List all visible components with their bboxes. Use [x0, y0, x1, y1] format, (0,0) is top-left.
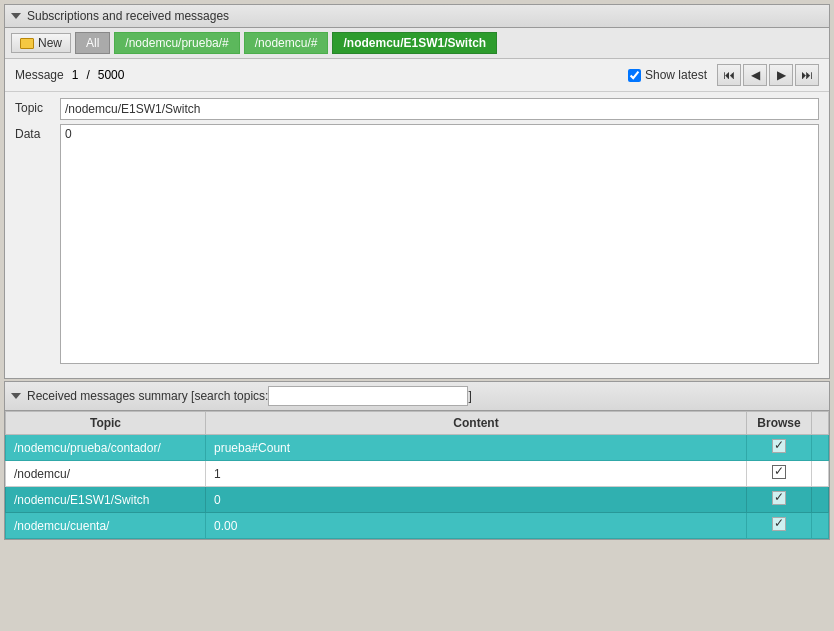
- row-content: 1: [206, 461, 747, 487]
- subscriptions-panel-header: Subscriptions and received messages: [5, 5, 829, 28]
- message-nav: Show latest ⏮ ◀ ▶ ⏭: [628, 64, 819, 86]
- browse-checkbox[interactable]: [772, 491, 786, 505]
- row-topic: /nodemcu/: [6, 461, 206, 487]
- tab-switch[interactable]: /nodemcu/E1SW1/Switch: [332, 32, 497, 54]
- topic-label: Topic: [15, 98, 60, 115]
- nav-first-button[interactable]: ⏮: [717, 64, 741, 86]
- row-extra: [812, 461, 829, 487]
- row-content: 0: [206, 487, 747, 513]
- data-label: Data: [15, 124, 60, 141]
- row-browse[interactable]: [747, 461, 812, 487]
- row-topic: /nodemcu/E1SW1/Switch: [6, 487, 206, 513]
- browse-checkbox[interactable]: [772, 439, 786, 453]
- show-latest-checkbox[interactable]: [628, 69, 641, 82]
- row-browse[interactable]: [747, 435, 812, 461]
- message-current: 1: [72, 68, 79, 82]
- nav-prev-button[interactable]: ◀: [743, 64, 767, 86]
- nav-next-icon: ▶: [777, 68, 786, 82]
- row-extra: [812, 435, 829, 461]
- tabs-bar: New All /nodemcu/prueba/# /nodemcu/# /no…: [5, 28, 829, 59]
- tab-all[interactable]: All: [75, 32, 110, 54]
- folder-icon: [20, 38, 34, 49]
- tab-switch-label: /nodemcu/E1SW1/Switch: [343, 36, 486, 50]
- show-latest-container: Show latest: [628, 68, 707, 82]
- message-total: 5000: [98, 68, 125, 82]
- topic-input[interactable]: [60, 98, 819, 120]
- collapse-icon: [11, 13, 21, 19]
- search-topics-input[interactable]: [268, 386, 468, 406]
- message-label: Message: [15, 68, 64, 82]
- browse-checkbox[interactable]: [772, 465, 786, 479]
- row-extra: [812, 487, 829, 513]
- tab-prueba[interactable]: /nodemcu/prueba/#: [114, 32, 239, 54]
- row-topic: /nodemcu/cuenta/: [6, 513, 206, 539]
- nav-prev-icon: ◀: [751, 68, 760, 82]
- tab-all-label: All: [86, 36, 99, 50]
- nav-first-icon: ⏮: [723, 68, 735, 82]
- tab-nodemcu[interactable]: /nodemcu/#: [244, 32, 329, 54]
- message-bar: Message 1 / 5000 Show latest ⏮ ◀ ▶ ⏭: [5, 59, 829, 92]
- received-messages-title: Received messages summary [search topics…: [27, 389, 268, 403]
- received-messages-panel: Received messages summary [search topics…: [4, 381, 830, 540]
- nav-last-icon: ⏭: [801, 68, 813, 82]
- col-header-extra: [812, 412, 829, 435]
- new-tab-label: New: [38, 36, 62, 50]
- col-header-browse: Browse: [747, 412, 812, 435]
- row-browse[interactable]: [747, 513, 812, 539]
- subscriptions-panel: Subscriptions and received messages New …: [4, 4, 830, 379]
- col-header-content: Content: [206, 412, 747, 435]
- nav-next-button[interactable]: ▶: [769, 64, 793, 86]
- row-browse[interactable]: [747, 487, 812, 513]
- table-row[interactable]: /nodemcu/cuenta/ 0.00: [6, 513, 829, 539]
- tab-prueba-label: /nodemcu/prueba/#: [125, 36, 228, 50]
- data-row: Data 0: [15, 124, 819, 364]
- table-row[interactable]: /nodemcu/E1SW1/Switch 0: [6, 487, 829, 513]
- row-content: 0.00: [206, 513, 747, 539]
- data-textarea[interactable]: 0: [60, 124, 819, 364]
- nav-last-button[interactable]: ⏭: [795, 64, 819, 86]
- table-row[interactable]: /nodemcu/prueba/contador/ prueba#Count: [6, 435, 829, 461]
- subscriptions-panel-title: Subscriptions and received messages: [27, 9, 229, 23]
- message-separator: /: [86, 68, 89, 82]
- row-extra: [812, 513, 829, 539]
- tab-nodemcu-label: /nodemcu/#: [255, 36, 318, 50]
- received-messages-header: Received messages summary [search topics…: [5, 382, 829, 411]
- table-header-row: Topic Content Browse: [6, 412, 829, 435]
- row-content: prueba#Count: [206, 435, 747, 461]
- row-topic: /nodemcu/prueba/contador/: [6, 435, 206, 461]
- topic-data-area: Topic Data 0: [5, 92, 829, 378]
- new-tab-button[interactable]: New: [11, 33, 71, 53]
- show-latest-label: Show latest: [645, 68, 707, 82]
- browse-checkbox[interactable]: [772, 517, 786, 531]
- col-header-topic: Topic: [6, 412, 206, 435]
- search-close-bracket: ]: [468, 389, 471, 403]
- summary-table: Topic Content Browse /nodemcu/prueba/con…: [5, 411, 829, 539]
- table-row[interactable]: /nodemcu/ 1: [6, 461, 829, 487]
- collapse-icon-2: [11, 393, 21, 399]
- topic-row: Topic: [15, 98, 819, 120]
